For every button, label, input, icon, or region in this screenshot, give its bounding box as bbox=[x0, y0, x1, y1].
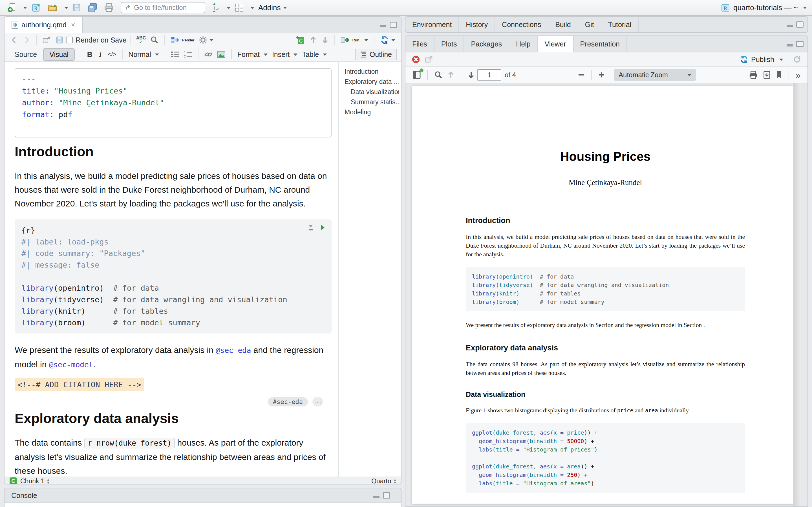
mode-visual[interactable]: Visual bbox=[43, 48, 75, 61]
tab-environment[interactable]: Environment bbox=[405, 17, 459, 32]
find-replace-button[interactable] bbox=[148, 35, 161, 45]
pdf-tools-button[interactable]: » bbox=[793, 71, 803, 79]
open-file-button[interactable] bbox=[45, 2, 60, 13]
bullet-list-button[interactable] bbox=[168, 50, 182, 59]
numbered-list-button[interactable]: 1 2 bbox=[182, 50, 195, 59]
console-minimize-icon[interactable] bbox=[373, 492, 380, 499]
tab-packages[interactable]: Packages bbox=[464, 36, 509, 52]
save-button[interactable] bbox=[70, 2, 84, 13]
minimize-pane-icon[interactable] bbox=[379, 22, 387, 28]
tab-files[interactable]: Files bbox=[405, 36, 435, 52]
insert-chunk-button[interactable]: C bbox=[294, 34, 307, 46]
tab-plots[interactable]: Plots bbox=[435, 36, 464, 52]
render-settings-button[interactable] bbox=[197, 35, 216, 45]
version-control-caret-icon[interactable] bbox=[227, 7, 231, 11]
link-button[interactable] bbox=[202, 49, 215, 59]
project-menu[interactable]: R quarto-tutorials — ~ bbox=[720, 3, 807, 13]
print-button[interactable] bbox=[101, 2, 116, 13]
pdf-search-button[interactable] bbox=[432, 69, 445, 80]
viewer-refresh-button[interactable] bbox=[791, 54, 804, 65]
pdf-print-button[interactable] bbox=[746, 69, 760, 80]
mode-source[interactable]: Source bbox=[8, 48, 43, 61]
zoom-in-button[interactable] bbox=[596, 70, 607, 80]
render-on-save-checkbox[interactable] bbox=[66, 37, 73, 43]
env-maximize-icon[interactable] bbox=[796, 21, 804, 27]
addins-button[interactable]: Addins bbox=[256, 2, 289, 13]
tab-help[interactable]: Help bbox=[509, 36, 538, 52]
tab-tutorial[interactable]: Tutorial bbox=[601, 17, 639, 32]
italic-button[interactable]: I bbox=[96, 50, 105, 59]
table-menu[interactable]: Table bbox=[300, 49, 329, 60]
code-chunk-load-pkgs[interactable]: {r}#| label: load-pkgs#| code-summary: "… bbox=[15, 219, 332, 334]
new-file-caret-icon[interactable] bbox=[23, 7, 27, 11]
publish-button[interactable]: Publish bbox=[740, 55, 783, 64]
paragraph-style-select[interactable]: Normal bbox=[126, 49, 161, 60]
tab-close-icon[interactable]: × bbox=[71, 20, 75, 29]
pdf-previous-page-button[interactable] bbox=[445, 69, 457, 80]
zoom-select[interactable]: Automatic Zoom bbox=[614, 69, 696, 81]
goto-file-input[interactable] bbox=[134, 4, 201, 11]
popout-button[interactable] bbox=[40, 35, 53, 45]
outline-item-data-visualization[interactable]: Data visualization bbox=[345, 87, 399, 97]
pdf-bookmark-button[interactable] bbox=[773, 69, 784, 80]
jump-next-button[interactable] bbox=[319, 35, 331, 45]
tab-build[interactable]: Build bbox=[548, 17, 578, 32]
goto-file-search[interactable] bbox=[121, 2, 205, 13]
back-button[interactable] bbox=[8, 35, 20, 45]
outline-toggle-button[interactable]: Outline bbox=[355, 49, 397, 60]
console-maximize-icon[interactable] bbox=[383, 492, 390, 499]
tab-viewer[interactable]: Viewer bbox=[538, 36, 573, 52]
tab-connections[interactable]: Connections bbox=[495, 17, 548, 32]
tab-authoring-qmd[interactable]: authoring.qmd × bbox=[4, 17, 83, 33]
maximize-pane-icon[interactable] bbox=[390, 22, 397, 28]
pane-layout-caret-icon[interactable] bbox=[250, 7, 254, 11]
tab-git[interactable]: Git bbox=[578, 17, 601, 32]
pdf-eda-paragraph: The data contains 98 houses. As part of … bbox=[466, 360, 745, 378]
section-menu-button[interactable]: ··· bbox=[312, 397, 323, 406]
zoom-out-button[interactable] bbox=[575, 70, 587, 80]
spellcheck-button[interactable]: ABC ✓ bbox=[134, 35, 148, 45]
forward-button[interactable] bbox=[20, 35, 33, 45]
image-button[interactable] bbox=[215, 50, 228, 59]
insert-menu[interactable]: Insert bbox=[270, 49, 300, 60]
render-button[interactable]: Render bbox=[168, 35, 197, 45]
env-minimize-icon[interactable] bbox=[786, 21, 794, 27]
section-id-badge[interactable]: #sec-eda bbox=[268, 397, 308, 406]
pdf-sidebar-toggle[interactable] bbox=[410, 69, 423, 81]
stop-icon bbox=[412, 55, 420, 64]
save-all-button[interactable] bbox=[85, 2, 100, 13]
run-chunk-icon[interactable] bbox=[320, 224, 325, 231]
pdf-scrollbar[interactable] bbox=[794, 83, 801, 507]
gear-icon bbox=[199, 36, 207, 44]
pdf-download-button[interactable] bbox=[760, 69, 773, 80]
outline-item-introduction[interactable]: Introduction bbox=[345, 66, 399, 76]
format-menu[interactable]: Format bbox=[235, 49, 270, 60]
language-status[interactable]: Quarto bbox=[371, 477, 391, 485]
save-doc-button[interactable] bbox=[53, 35, 66, 45]
viewer-minimize-icon[interactable] bbox=[786, 41, 794, 47]
run-chunks-above-icon[interactable] bbox=[307, 224, 314, 231]
editor-content[interactable]: ---title: "Housing Prices"author: "Mine … bbox=[4, 62, 340, 476]
run-button[interactable]: Run bbox=[338, 35, 370, 45]
new-file-button[interactable] bbox=[5, 2, 19, 13]
chunk-status[interactable]: Chunk 1 bbox=[20, 477, 45, 485]
outline-item-modeling[interactable]: Modeling bbox=[345, 107, 399, 117]
open-file-caret-icon[interactable] bbox=[64, 7, 68, 11]
tab-history[interactable]: History bbox=[459, 17, 495, 32]
editor-body[interactable]: ---title: "Housing Prices"author: "Mine … bbox=[4, 62, 401, 476]
source-rerun-button[interactable] bbox=[378, 34, 398, 46]
outline-item-eda[interactable]: Exploratory data … bbox=[345, 76, 399, 87]
viewer-popout-button[interactable] bbox=[422, 54, 435, 64]
viewer-maximize-icon[interactable] bbox=[796, 41, 804, 47]
version-control-button[interactable] bbox=[210, 1, 223, 14]
pdf-page-input[interactable] bbox=[477, 69, 501, 80]
jump-previous-button[interactable] bbox=[307, 35, 319, 45]
tab-presentation[interactable]: Presentation bbox=[573, 36, 627, 52]
outline-item-summary-statistics[interactable]: Summary statis… bbox=[345, 97, 399, 107]
new-project-button[interactable]: R bbox=[29, 1, 43, 14]
bold-button[interactable]: B bbox=[84, 50, 96, 59]
viewer-stop-button[interactable] bbox=[409, 54, 422, 65]
pane-layout-button[interactable] bbox=[232, 2, 246, 13]
pdf-next-page-button[interactable] bbox=[465, 69, 477, 80]
code-button[interactable]: </> bbox=[105, 51, 119, 58]
